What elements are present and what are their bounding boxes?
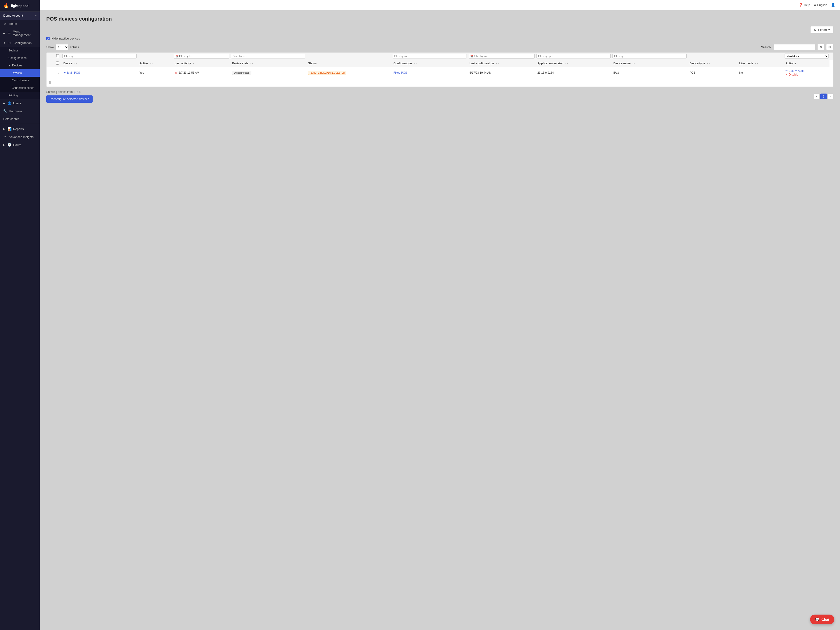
col-last-configuration: Last configuration ▲▼ [468,60,535,67]
sidebar-label-home: Home [9,22,17,25]
header-select-all[interactable] [56,62,59,65]
col-device-name: Device name ▲▼ [611,60,687,67]
sidebar-item-hardware[interactable]: 🔧 Hardware [0,107,40,115]
user-button[interactable]: 👤 [831,3,835,7]
filter-app-version[interactable] [537,54,611,58]
users-chevron: ▶ [3,102,5,104]
sidebar-label-connection-codes: Connection codes [12,86,34,90]
sidebar-item-home[interactable]: ⌂ Home [0,20,40,28]
configuration-cell: Fixed POS [392,67,468,78]
sidebar-label-printing: Printing [8,94,18,97]
language-icon: A [814,3,816,7]
sidebar-item-configuration[interactable]: ▼ ⊞ Configuration [0,39,40,47]
sidebar-item-beta-center[interactable]: Beta center [0,115,40,123]
main-area: ❓ Help A English 👤 POS devices configura… [40,0,840,630]
showing-entries: Showing entries from 1 to 8 [46,90,93,93]
last-config-cell: 5/17/23 10:44 AM [468,67,535,78]
menu-mgmt-icon: ☰ [8,32,11,35]
sidebar-label-devices-parent: Devices [12,64,22,67]
sidebar-item-devices-parent[interactable]: ▼ Devices [0,62,40,69]
hours-chevron: ▶ [3,144,5,146]
audit-action[interactable]: ✏ Audit [795,69,804,73]
add-row-icon[interactable]: ⊕ [48,81,51,84]
search-label: Search: [761,45,772,49]
export-button[interactable]: ⚙ Export ▾ [810,26,834,33]
sidebar-label-hours: Hours [13,143,21,147]
select-all-checkbox[interactable] [55,54,60,57]
filter-device[interactable] [62,54,137,58]
sidebar-label-users: Users [13,101,21,105]
chat-label: Chat [821,617,829,622]
filter-device-name[interactable] [613,54,687,58]
sidebar-label-hardware: Hardware [9,109,22,113]
sidebar-item-configurations[interactable]: Configurations [0,54,40,62]
warning-icon: ⚠ [175,71,177,74]
devices-table: 📅 Filter by l... 📅 Filter by las... [47,53,833,87]
sidebar-item-advanced-insights[interactable]: ✦ Advanced insights [0,133,40,141]
sidebar-label-beta-center: Beta center [3,117,19,121]
app-version-cell: 23.15.0.9184 [535,67,611,78]
search-area: Search: ↻ ⚙ [761,44,834,50]
account-switcher[interactable]: Demo Account ▾ [0,11,40,20]
filter-last-config-label: Filter by las... [474,55,489,57]
configuration-link[interactable]: Fixed POS [393,71,407,74]
sidebar-item-printing[interactable]: Printing [0,92,40,99]
sidebar-item-connection-codes[interactable]: Connection codes [0,84,40,92]
logo-area: 🔥 lightspeed [0,0,40,11]
device-state-cell: Disconnected [230,67,306,78]
refresh-button[interactable]: ↻ [817,44,824,50]
help-button[interactable]: ❓ Help [799,3,810,7]
language-selector[interactable]: A English [814,3,827,7]
table-row-expand: ⊕ ★ Main POS Yes ⚠ 6/7/23 11:55 AM [47,67,833,78]
search-input[interactable] [773,44,815,50]
col-device-state: Device state ▲▼ [230,60,306,67]
flame-icon: 🔥 [3,3,9,8]
show-label: Show [46,45,54,49]
sidebar: 🔥 lightspeed Demo Account ▾ ⌂ Home ▶ ☰ M… [0,0,40,630]
reconfigure-button[interactable]: Reconfigure selected devices [46,95,93,103]
filter-no-filter[interactable]: - No filter - Live Test [785,54,828,59]
config-chevron-down: ▼ [3,42,6,44]
account-chevron: ▾ [35,14,36,17]
filter-last-config[interactable]: 📅 Filter by las... [469,54,535,59]
entries-left: Show 10 25 50 100 entries [46,44,79,50]
sidebar-item-cash-drawers[interactable]: Cash drawers [0,77,40,84]
sidebar-item-reports[interactable]: ▶ 📊 Reports [0,125,40,133]
sidebar-item-hours[interactable]: ▶ 🕐 Hours [0,141,40,149]
sidebar-item-menu-management[interactable]: ▶ ☰ Menu management [0,28,40,39]
column-settings-button[interactable]: ⚙ [826,44,834,50]
sidebar-label-configuration: Configuration [14,41,32,45]
sidebar-item-settings[interactable]: Settings [0,47,40,54]
col-app-version: Application version ▲▼ [535,60,611,67]
filter-last-activity[interactable]: 📅 Filter by l... [174,54,229,59]
insights-icon: ✦ [3,135,7,139]
disable-action[interactable]: ✕ Disable [786,73,798,76]
hide-inactive-checkbox[interactable] [46,37,50,40]
device-type-cell: POS [687,67,737,78]
row-checkbox[interactable] [56,71,59,74]
calendar-icon: 📅 [175,55,178,58]
filter-device-state[interactable] [231,54,305,58]
topbar: ❓ Help A English 👤 [40,0,840,10]
sidebar-item-users[interactable]: ▶ 👤 Users [0,99,40,107]
device-name-link[interactable]: Main POS [67,71,80,74]
column-header-row: Device ▲▼ Active ▲▼ Last activity ▼ De [47,60,833,67]
filter-configuration[interactable] [393,54,467,58]
edit-action[interactable]: ✏ Edit [786,69,793,73]
devices-submenu: Devices Cash drawers Connection codes [0,69,40,92]
next-page-button[interactable]: › [828,93,834,99]
col-last-activity: Last activity ▼ [173,60,230,67]
prev-page-button[interactable]: ‹ [814,93,819,99]
chat-button[interactable]: 💬 Chat [810,614,834,624]
entries-select[interactable]: 10 25 50 100 [55,44,68,50]
filter-row-table: 📅 Filter by l... 📅 Filter by las... [47,53,833,60]
expand-row-icon[interactable]: ⊕ [48,71,51,75]
page-title: POS devices configuration [46,16,834,22]
live-mode-cell: No [737,67,784,78]
sidebar-item-devices[interactable]: Devices [0,69,40,77]
current-page-button[interactable]: 1 [820,93,827,99]
col-status: Status [306,60,392,67]
filter-last-activity-label: Filter by l... [179,55,192,57]
sidebar-label-advanced-insights: Advanced insights [9,135,34,139]
last-activity-cell: ⚠ 6/7/23 11:55 AM [173,67,230,78]
